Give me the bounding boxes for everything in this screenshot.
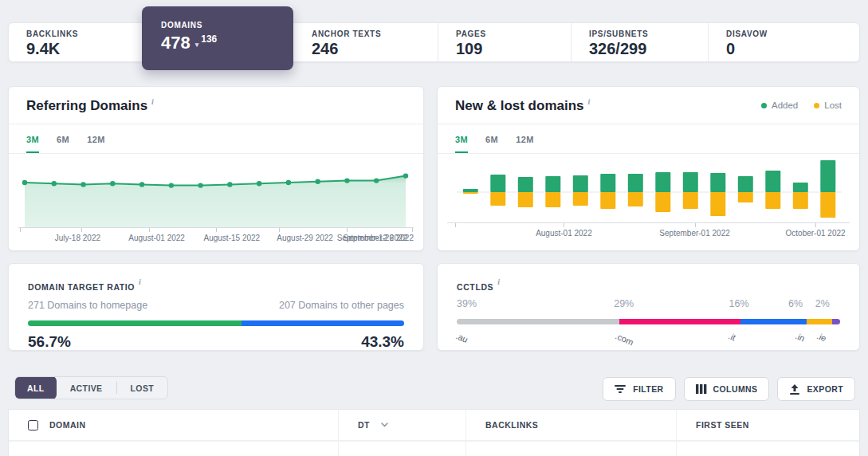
info-icon[interactable]: i: [139, 277, 141, 286]
cctld-percent-label: 39%: [457, 298, 477, 309]
row-domain-cell: site.com.au: [9, 442, 338, 456]
info-icon[interactable]: i: [497, 277, 500, 286]
line-point: [22, 180, 27, 185]
axis-tick: [279, 228, 280, 232]
export-button[interactable]: EXPORT: [777, 377, 855, 401]
tab-lost[interactable]: LOST: [117, 376, 168, 399]
columns-button[interactable]: COLUMNS: [684, 377, 770, 401]
cctlds-card: CCTLDSi 39%29%16%6%2% .au.com.it.in.ie: [437, 263, 860, 351]
axis-tick: [564, 223, 564, 227]
column-first-seen: FIRST SEEN: [696, 420, 749, 430]
axis-tick: [815, 223, 816, 227]
stat-disavow[interactable]: DISAVOW 0: [708, 23, 859, 61]
range-tab-3m[interactable]: 3M: [26, 135, 39, 153]
ratio-homepage-segment: [28, 320, 242, 326]
stat-anchor-texts-label: ANCHOR TEXTS: [312, 29, 438, 38]
ratio-homepage-text: 271 Domains to homepage: [28, 300, 147, 311]
header-domain-cell: DOMAIN: [9, 410, 338, 440]
cctld-segment-com: [619, 319, 740, 324]
range-tab-12m[interactable]: 12M: [87, 135, 105, 153]
tab-all[interactable]: ALL: [15, 376, 57, 399]
new-lost-header: New & lost domainsi Added Lost: [438, 87, 859, 124]
new-lost-bar-chart: [457, 157, 842, 221]
column-domain: DOMAIN: [49, 420, 86, 430]
stat-domains-value: 478▾136: [161, 33, 293, 53]
stat-backlinks-label: BACKLINKS: [26, 29, 143, 38]
bar-added: [463, 189, 478, 192]
sort-chevron-down-icon: [381, 423, 388, 427]
stat-domains-active-tab[interactable]: DOMAINS 478▾136: [142, 6, 293, 70]
added-dot-icon: [761, 103, 767, 108]
range-tab-6m[interactable]: 6M: [485, 135, 498, 153]
tab-active[interactable]: ACTIVE: [57, 376, 116, 399]
table-row: site.com.au 3 1 lost June-14 2022: [9, 442, 859, 456]
bar-lost: [738, 192, 753, 202]
x-axis-label: October-01 2022: [786, 229, 846, 238]
filter-button[interactable]: FILTER: [603, 377, 675, 401]
new-lost-x-labels: August-01 2022September-01 2022October-0…: [447, 229, 850, 241]
stat-backlinks[interactable]: BACKLINKS 9.4K: [9, 23, 143, 61]
info-icon[interactable]: i: [588, 97, 591, 106]
stat-pages[interactable]: PAGES 109: [438, 23, 571, 61]
stat-ips-subnets[interactable]: IPS/SUBNETS 326/299: [571, 23, 708, 61]
referring-domains-card: Referring Domainsi 3M 6M 12M July-18 202…: [8, 86, 424, 251]
bar-lost: [765, 192, 780, 209]
x-axis-label: August-15 2022: [204, 234, 261, 242]
axis-tick: [695, 223, 696, 227]
header-firstseen-cell: FIRST SEEN: [676, 410, 859, 440]
new-lost-domains-card: New & lost domainsi Added Lost 3M 6M 12M…: [437, 86, 860, 251]
line-point: [374, 178, 379, 183]
table-header: DOMAIN DT BACKLINKS FIRST SEEN: [9, 410, 859, 442]
cctld-percent-label: 16%: [729, 298, 749, 309]
bar-added: [655, 172, 670, 192]
referring-domains-title: Referring Domainsi: [26, 97, 154, 114]
table-toolbar: FILTER COLUMNS EXPORT: [603, 377, 855, 401]
x-axis-label: July-18 2022: [55, 234, 100, 242]
line-point: [169, 183, 174, 187]
cctld-percent-label: 6%: [788, 298, 803, 309]
stat-pages-label: PAGES: [456, 29, 571, 38]
cctlds-bar: [457, 319, 840, 324]
column-backlinks: BACKLINKS: [485, 420, 538, 430]
domain-target-ratio-card: DOMAIN TARGET RATIOi 271 Domains to home…: [8, 263, 424, 351]
cctld-percent-label: 29%: [614, 298, 634, 309]
lost-dot-icon: [814, 103, 819, 108]
bar-added: [573, 175, 588, 192]
line-point: [344, 178, 349, 183]
header-dt-cell[interactable]: DT: [338, 410, 465, 440]
axis-tick: [149, 228, 150, 232]
line-point: [403, 173, 408, 178]
stat-pages-value: 109: [456, 40, 571, 58]
info-icon[interactable]: i: [151, 97, 154, 106]
cctld-segment-it: [740, 319, 807, 324]
cctld-segment-ie: [832, 319, 840, 324]
ratio-otherpages-pct: 43.3%: [361, 333, 404, 351]
bar-lost: [600, 192, 615, 209]
bar-lost: [628, 192, 643, 206]
newlost-range-tabs: 3M 6M 12M: [438, 124, 859, 154]
axis-tick: [412, 228, 413, 232]
range-tab-12m[interactable]: 12M: [516, 135, 534, 153]
cctld-segment-au: [457, 319, 619, 324]
referring-domains-header: Referring Domainsi: [9, 87, 423, 124]
ratio-bar: [28, 320, 404, 326]
header-backlinks-cell: BACKLINKS: [465, 410, 676, 440]
referring-domains-chart: July-18 2022August-01 2022August-15 2022…: [9, 160, 423, 246]
row-backlinks-cell: 3 1 lost: [465, 442, 676, 456]
range-tab-3m[interactable]: 3M: [455, 135, 468, 153]
range-tab-6m[interactable]: 6M: [57, 135, 69, 153]
new-lost-chart: August-01 2022September-01 2022October-0…: [438, 157, 859, 241]
bar-added: [628, 174, 643, 192]
stats-bar: BACKLINKS 9.4K ANCHOR TEXTS 246 PAGES 10…: [8, 22, 860, 62]
select-all-checkbox[interactable]: [28, 420, 38, 430]
stat-anchor-texts[interactable]: ANCHOR TEXTS 246: [294, 23, 438, 61]
columns-icon: [696, 384, 707, 394]
stat-domains-number: 478: [161, 33, 190, 53]
x-axis-label: August-01 2022: [536, 229, 592, 238]
column-dt: DT: [358, 420, 370, 430]
caret-down-icon: ▾: [195, 41, 199, 49]
line-point: [286, 180, 291, 185]
bar-lost: [518, 192, 533, 207]
ratio-legend-row: 271 Domains to homepage 207 Domains to o…: [28, 300, 404, 311]
cctlds-percent-labels: 39%29%16%6%2%: [457, 298, 840, 311]
